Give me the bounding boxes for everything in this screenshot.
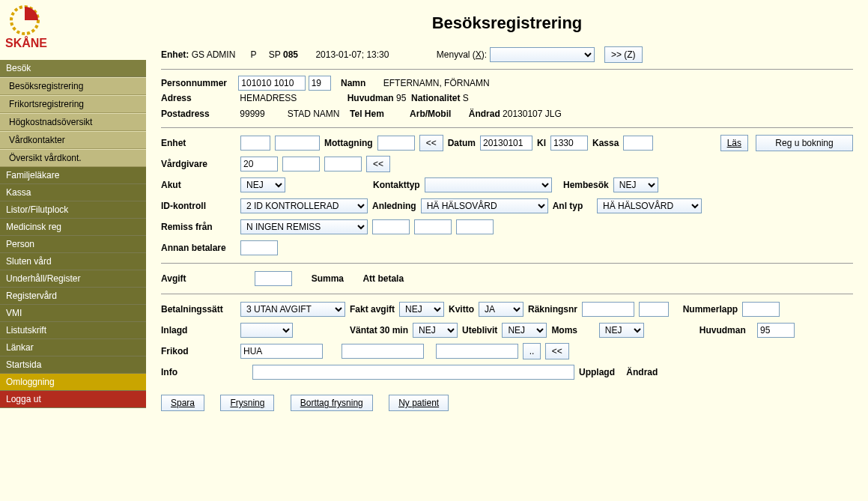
mottagning-label: Mottagning xyxy=(324,138,373,148)
postort-value: STAD NAMN xyxy=(288,106,347,121)
reg-u-bokning-button[interactable]: Reg u bokning xyxy=(756,135,853,151)
nav-familjelakare[interactable]: Familjeläkare xyxy=(0,167,146,184)
frikod-input-2[interactable] xyxy=(342,344,424,359)
avgift-input[interactable] xyxy=(255,271,292,286)
moms-select[interactable]: NEJ xyxy=(599,323,644,338)
svg-text:SKÅNE: SKÅNE xyxy=(5,36,47,49)
nav-lankar[interactable]: Länkar xyxy=(0,339,146,356)
postadress-label: Postadress xyxy=(161,106,237,121)
idkontroll-select[interactable]: 2 ID KONTROLLERAD xyxy=(240,198,368,213)
kassa-label: Kassa xyxy=(592,138,619,148)
personnummer-century-input[interactable] xyxy=(309,76,331,91)
annan-betalare-label: Annan betalare xyxy=(161,243,236,253)
kvitto-label: Kvitto xyxy=(449,304,474,315)
vardgivare-input-1[interactable] xyxy=(240,157,278,171)
remiss-input-2[interactable] xyxy=(414,219,452,234)
nummerlapp-label: Nummerlapp xyxy=(683,304,738,315)
nummerlapp-input[interactable] xyxy=(742,302,780,317)
enhet-value: GS ADMIN xyxy=(192,49,236,60)
anltyp-label: Anl typ xyxy=(553,201,583,211)
borttag-frysning-button[interactable]: Borttag frysning xyxy=(291,395,373,411)
nav-sub-frikortsregistrering[interactable]: Frikortsregistrering xyxy=(0,95,146,113)
pn-label: Personnummer xyxy=(161,76,236,91)
frikod-prev-button[interactable]: << xyxy=(545,343,569,359)
vardgivare-prev-button[interactable]: << xyxy=(366,156,390,172)
faktavgift-select[interactable]: NEJ xyxy=(399,302,444,317)
frysning-button[interactable]: Frysning xyxy=(220,395,274,411)
spara-button[interactable]: Spara xyxy=(161,395,204,411)
telhem-label: Tel Hem xyxy=(350,106,395,121)
nav-sub-vardkontakter[interactable]: Vårdkontakter xyxy=(0,131,146,149)
enhet-input-1[interactable] xyxy=(240,136,270,151)
nav-sub-besoksregistrering[interactable]: Besöksregistrering xyxy=(0,77,146,95)
page-title: Besöksregistrering xyxy=(161,13,853,33)
datum-input[interactable] xyxy=(480,136,532,151)
personnummer-input[interactable] xyxy=(238,76,306,91)
info-input[interactable] xyxy=(252,365,574,380)
vantat-select[interactable]: NEJ xyxy=(413,323,458,338)
rakningsnr-input-1[interactable] xyxy=(582,302,634,317)
attbetala-label: Att betala xyxy=(362,273,404,284)
nav-listor-filutplock[interactable]: Listor/Filutplock xyxy=(0,201,146,219)
frikod-input-1[interactable] xyxy=(240,344,323,359)
kvitto-select[interactable]: JA xyxy=(479,302,523,317)
rakningsnr-input-2[interactable] xyxy=(639,302,669,317)
mottagning-prev-button[interactable]: << xyxy=(419,135,443,151)
andrad-form-label: Ändrad xyxy=(626,367,658,377)
nav-sub-hogkostnadsoversikt[interactable]: Högkostnadsöversikt xyxy=(0,113,146,131)
annan-betalare-input[interactable] xyxy=(240,240,278,255)
anledning-select[interactable]: HÄ HÄLSOVÅRD xyxy=(421,198,548,213)
menyval-go-button[interactable]: >> (Z) xyxy=(604,46,643,63)
inlagd-select[interactable] xyxy=(240,323,293,338)
akut-select[interactable]: NEJ xyxy=(240,177,285,192)
nav-underhall-register[interactable]: Underhåll/Register xyxy=(0,270,146,288)
nav-vmi[interactable]: VMI xyxy=(0,305,146,322)
kl-label: Kl xyxy=(537,138,546,148)
adress-label: Adress xyxy=(161,91,237,106)
nav-kassa[interactable]: Kassa xyxy=(0,184,146,201)
nav-section-besok[interactable]: Besök xyxy=(0,60,146,77)
mottagning-input[interactable] xyxy=(377,136,415,151)
frikod-browse-button[interactable]: .. xyxy=(523,343,541,359)
remiss-input-1[interactable] xyxy=(372,219,410,234)
las-button[interactable]: Läs xyxy=(720,135,748,151)
nav-sluten-vard[interactable]: Sluten vård xyxy=(0,253,146,270)
nationalitet-label: Nationalitet xyxy=(411,91,460,106)
hembesok-select[interactable]: NEJ xyxy=(613,177,658,192)
enhet-input-2[interactable] xyxy=(275,136,320,151)
uteblivit-label: Uteblivit xyxy=(462,325,497,335)
remiss-label: Remiss från xyxy=(161,222,236,232)
anltyp-select[interactable]: HÄ HÄLSOVÅRD xyxy=(597,198,702,213)
betalningssatt-select[interactable]: 3 UTAN AVGIFT xyxy=(240,302,345,317)
patient-info: Personnummer Namn EFTERNAMN, FÖRNAMN Adr… xyxy=(161,76,853,121)
menyval-select[interactable] xyxy=(490,47,595,62)
nav-registervard[interactable]: Registervård xyxy=(0,288,146,305)
nav-startsida[interactable]: Startsida xyxy=(0,356,146,374)
nav-person[interactable]: Person xyxy=(0,236,146,253)
kontakttyp-select[interactable] xyxy=(425,177,552,192)
kassa-input[interactable] xyxy=(623,136,653,151)
nav-omloggning[interactable]: Omloggning xyxy=(0,374,146,391)
kl-input[interactable] xyxy=(550,136,588,151)
logo-region-skane: SKÅNE xyxy=(0,0,146,60)
namn-value: EFTERNAMN, FÖRNAMN xyxy=(383,76,490,91)
ny-patient-button[interactable]: Ny patient xyxy=(389,395,449,411)
avgift-label: Avgift xyxy=(161,273,236,284)
vardgivare-input-3[interactable] xyxy=(324,157,362,171)
huvudman2-input[interactable] xyxy=(757,323,795,338)
frikod-input-3[interactable] xyxy=(436,344,518,359)
nationalitet-value: S xyxy=(463,91,469,106)
nav-sub-oversikt-vardkont[interactable]: Översikt vårdkont. xyxy=(0,149,146,167)
remiss-input-3[interactable] xyxy=(456,219,494,234)
remiss-select[interactable]: N INGEN REMISS xyxy=(240,219,368,234)
huvudman2-label: Huvudman xyxy=(699,325,746,335)
uteblivit-select[interactable]: NEJ xyxy=(502,323,547,338)
nav-logga-ut[interactable]: Logga ut xyxy=(0,391,146,408)
vardgivare-input-2[interactable] xyxy=(282,157,320,171)
main-content: Besöksregistrering Enhet: GS ADMIN P SP … xyxy=(146,0,868,501)
kontakttyp-label: Kontakttyp xyxy=(373,180,420,190)
nav-medicinsk-reg[interactable]: Medicinsk reg xyxy=(0,219,146,236)
andrad-value: 20130107 JLG xyxy=(503,106,562,121)
nav-listutskrift[interactable]: Listutskrift xyxy=(0,322,146,339)
betalningssatt-label: Betalningssätt xyxy=(161,304,236,315)
